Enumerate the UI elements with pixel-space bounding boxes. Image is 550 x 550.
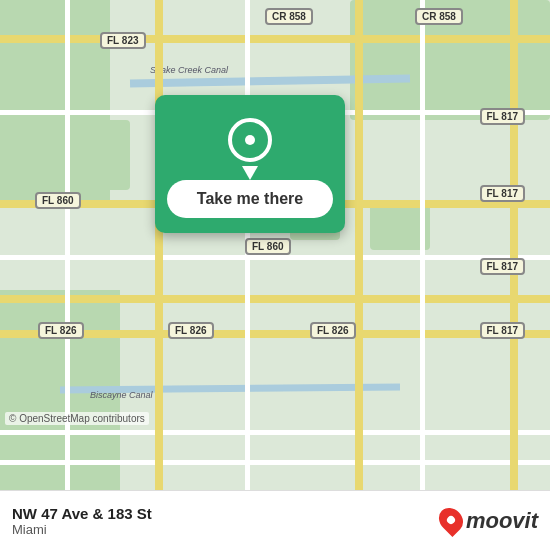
map-attribution: © OpenStreetMap contributors — [5, 412, 149, 425]
road-v1 — [155, 0, 163, 490]
action-card: Take me there — [155, 95, 345, 233]
road-h6 — [0, 255, 550, 260]
road-h7 — [0, 430, 550, 435]
route-fl817-4: FL 817 — [480, 322, 526, 339]
location-pin — [225, 115, 275, 165]
biscayne-canal-label: Biscayne Canal — [90, 390, 153, 400]
route-fl817-1: FL 817 — [480, 108, 526, 125]
pin-tail — [242, 166, 258, 180]
location-name: NW 47 Ave & 183 St — [12, 505, 152, 522]
moovit-logo: moovit — [440, 507, 538, 535]
route-fl860-2: FL 860 — [245, 238, 291, 255]
road-h3 — [0, 295, 550, 303]
moovit-brand-text: moovit — [466, 508, 538, 534]
route-fl860-1: FL 860 — [35, 192, 81, 209]
route-fl826-1: FL 826 — [38, 322, 84, 339]
map-container: Snake Creek Canal Biscayne Canal CR 858 … — [0, 0, 550, 490]
road-v6 — [420, 0, 425, 490]
road-v3 — [510, 0, 518, 490]
location-info: NW 47 Ave & 183 St Miami — [12, 505, 152, 537]
route-fl817-2: FL 817 — [480, 185, 526, 202]
route-fl817-3: FL 817 — [480, 258, 526, 275]
route-fl823: FL 823 — [100, 32, 146, 49]
location-city: Miami — [12, 522, 152, 537]
route-cr858-2: CR 858 — [415, 8, 463, 25]
road-h8 — [0, 460, 550, 465]
road-v2 — [355, 0, 363, 490]
bottom-bar: NW 47 Ave & 183 St Miami moovit — [0, 490, 550, 550]
route-cr858-1: CR 858 — [265, 8, 313, 25]
take-me-there-button[interactable]: Take me there — [167, 180, 333, 218]
moovit-pin-icon — [434, 503, 468, 537]
route-fl826-2: FL 826 — [168, 322, 214, 339]
pin-circle — [228, 118, 272, 162]
route-fl826-3: FL 826 — [310, 322, 356, 339]
green-area-mid-left — [60, 120, 130, 190]
moovit-pin-container — [440, 507, 462, 535]
road-h1 — [0, 35, 550, 43]
